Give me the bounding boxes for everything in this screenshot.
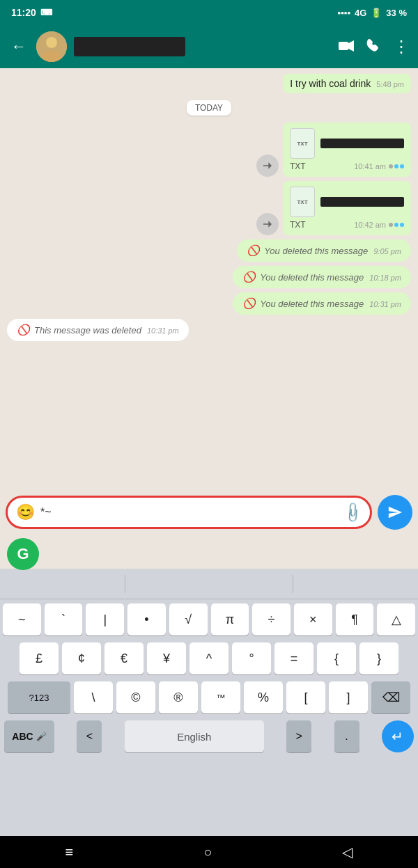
file-bubble-2: TXT TXT 10:42 am [283, 181, 411, 235]
key-open-bracket[interactable]: [ [286, 681, 325, 713]
key-copyright[interactable]: © [116, 681, 155, 713]
voice-call-button[interactable] [366, 38, 380, 56]
deleted-message-3-row: 🚫 You deleted this message 10:31 pm [7, 292, 411, 315]
key-backspace[interactable]: ⌫ [371, 681, 410, 713]
key-close-bracket[interactable]: ] [329, 681, 368, 713]
date-divider: TODAY [7, 100, 411, 116]
deleted-received-time: 10:31 pm [147, 326, 179, 335]
read-receipt-1 [389, 164, 404, 168]
signal-icon: ▪▪▪▪ [338, 8, 350, 18]
keyboard-bottom-row: ABC 🎤 < English > . ↵ [0, 720, 418, 752]
file-name-block-1 [320, 139, 404, 148]
more-options-button[interactable]: ⋮ [393, 37, 410, 56]
date-badge: TODAY [187, 100, 231, 116]
old-message-row: I try with coal drink 5:48 pm [7, 74, 411, 93]
deleted-time-1: 9:05 pm [373, 247, 401, 255]
file-ext-label-1: TXT [290, 161, 306, 171]
key-greater-than[interactable]: > [286, 720, 311, 752]
file-message-1-row: TXT TXT 10:41 am [7, 123, 411, 177]
chat-header: ← ⋮ [0, 25, 418, 68]
key-cent[interactable]: ¢ [62, 642, 101, 674]
key-period[interactable]: . [334, 720, 359, 752]
key-pi[interactable]: π [211, 603, 249, 636]
file-footer-1: TXT 10:41 am [290, 161, 404, 171]
deleted-icon-1: 🚫 [247, 244, 260, 257]
file-type-icon-2: TXT [290, 187, 315, 217]
key-backtick[interactable]: ` [45, 603, 83, 636]
send-button[interactable] [378, 495, 412, 530]
back-button[interactable]: ← [8, 35, 29, 58]
svg-marker-4 [348, 40, 354, 52]
key-percent[interactable]: % [244, 681, 283, 713]
svg-rect-3 [339, 42, 348, 50]
file-footer-right-1: 10:41 am [354, 162, 404, 171]
keyboard-rows: ~ ` | • √ π ÷ × ¶ △ £ ¢ € ¥ ^ ° = { } ?1… [0, 599, 418, 713]
video-call-button[interactable] [339, 39, 354, 55]
key-degree[interactable]: ° [232, 642, 271, 674]
key-euro[interactable]: € [104, 642, 144, 674]
nav-back-button[interactable]: ◁ [342, 844, 353, 860]
key-bullet[interactable]: • [127, 603, 166, 636]
deleted-received-inner: This message was deleted 10:31 pm [34, 325, 179, 336]
deleted-text-1: You deleted this message [264, 246, 368, 256]
deleted-received-text: This message was deleted [34, 325, 141, 336]
message-input[interactable] [40, 506, 339, 519]
file-time-1: 10:41 am [354, 162, 386, 171]
key-pilcrow[interactable]: ¶ [336, 603, 374, 636]
status-indicators: ▪▪▪▪ 4G 🔋 33 % [338, 8, 407, 18]
file-time-2: 10:42 am [354, 221, 386, 229]
deleted-received-row: 🚫 This message was deleted 10:31 pm [7, 319, 411, 341]
key-open-brace[interactable]: { [317, 642, 356, 674]
keyboard-toolbar [0, 569, 418, 599]
deleted-text-2: You deleted this message [260, 272, 364, 283]
key-space[interactable]: English [125, 720, 264, 752]
key-trademark[interactable]: ™ [201, 681, 240, 713]
file-type-icon-1: TXT [290, 128, 315, 159]
key-tilde[interactable]: ~ [3, 603, 41, 636]
file-type-label-1: TXT [297, 141, 307, 147]
deleted-time-3: 10:31 pm [369, 300, 401, 308]
key-multiply[interactable]: × [294, 603, 332, 636]
key-pipe[interactable]: | [86, 603, 124, 636]
nav-home-button[interactable]: ○ [203, 844, 212, 860]
keyboard-icon: ⌨ [40, 8, 52, 17]
key-registered[interactable]: ® [159, 681, 198, 713]
key-equals[interactable]: = [274, 642, 314, 674]
key-yen[interactable]: ¥ [147, 642, 186, 674]
read-receipt-2 [389, 223, 404, 227]
key-backslash[interactable]: \ [74, 681, 113, 713]
mic-icon[interactable]: 🎤 [36, 732, 47, 741]
deleted-message-1-row: 🚫 You deleted this message 9:05 pm [7, 239, 411, 262]
contact-name-block [74, 37, 185, 56]
key-less-than[interactable]: < [77, 720, 102, 752]
deleted-message-2-row: 🚫 You deleted this message 10:18 pm [7, 266, 411, 288]
old-message-time: 5:48 pm [376, 80, 404, 88]
deleted-inner-2: You deleted this message 10:18 pm [260, 272, 401, 283]
key-abc[interactable]: ABC 🎤 [4, 720, 54, 752]
navigation-bar: ≡ ○ ◁ [0, 836, 418, 868]
keyboard-row-2: £ ¢ € ¥ ^ ° = { } [3, 642, 415, 674]
key-caret[interactable]: ^ [189, 642, 229, 674]
status-time: 11:20 ⌨ [11, 7, 52, 18]
deleted-inner-3: You deleted this message 10:31 pm [260, 299, 401, 309]
nav-menu-button[interactable]: ≡ [65, 844, 74, 860]
grammarly-button[interactable]: G [7, 538, 39, 570]
attach-button[interactable]: 📎 [341, 500, 365, 525]
header-action-icons: ⋮ [339, 37, 410, 56]
forward-icon-1[interactable] [256, 155, 279, 177]
emoji-button[interactable]: 😊 [16, 503, 35, 521]
key-close-brace[interactable]: } [359, 642, 398, 674]
key-123[interactable]: ?123 [8, 681, 70, 713]
deleted-received-icon: 🚫 [17, 324, 30, 336]
key-checkmark[interactable]: √ [169, 603, 208, 636]
network-label: 4G [355, 8, 366, 18]
forward-icon-2[interactable] [256, 213, 279, 235]
key-enter[interactable]: ↵ [382, 720, 414, 752]
deleted-time-2: 10:18 pm [369, 274, 401, 282]
contact-avatar[interactable] [36, 31, 67, 62]
deleted-icon-2: 🚫 [242, 271, 256, 283]
key-triangle[interactable]: △ [377, 603, 415, 636]
key-pound[interactable]: £ [20, 642, 59, 674]
key-divide[interactable]: ÷ [252, 603, 291, 636]
file-bubble-1: TXT TXT 10:41 am [283, 123, 411, 177]
